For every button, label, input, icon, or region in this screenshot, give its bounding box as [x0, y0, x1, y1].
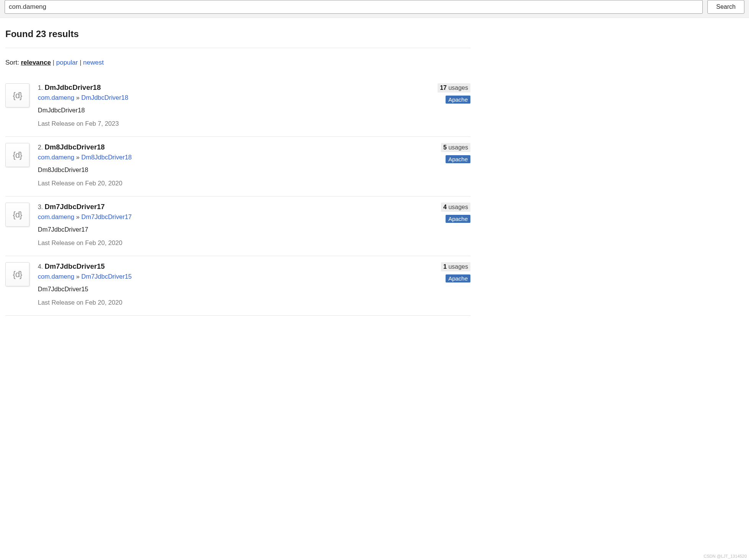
path-separator: » — [76, 213, 81, 220]
artifact-icon: {d} — [5, 83, 29, 107]
artifact-icon-glyph: {d} — [13, 269, 22, 279]
license-badge[interactable]: Apache — [446, 274, 470, 282]
path-separator: » — [76, 94, 81, 101]
result-title-line: 1. DmJdbcDriver18 — [38, 83, 434, 92]
usages-badge[interactable]: 4 usages — [441, 203, 470, 212]
result-meta: 1 usages Apache — [434, 262, 470, 306]
result-last-release: Last Release on Feb 20, 2020 — [38, 180, 434, 187]
path-separator: » — [76, 154, 81, 161]
artifact-link[interactable]: Dm7JdbcDriver17 — [81, 213, 132, 220]
result-index: 3. — [38, 204, 43, 210]
usages-count: 5 — [443, 144, 447, 151]
result-item: {d} 4. Dm7JdbcDriver15 com.dameng » Dm7J… — [5, 256, 470, 316]
group-link[interactable]: com.dameng — [38, 273, 74, 280]
result-title[interactable]: Dm7JdbcDriver15 — [45, 262, 105, 270]
result-title-line: 3. Dm7JdbcDriver17 — [38, 203, 434, 211]
result-item: {d} 2. Dm8JdbcDriver18 com.dameng » Dm8J… — [5, 137, 470, 196]
result-path: com.dameng » DmJdbcDriver18 — [38, 94, 434, 101]
artifact-icon: {d} — [5, 203, 29, 227]
results-heading: Found 23 results — [5, 29, 470, 48]
result-meta: 17 usages Apache — [434, 83, 470, 127]
usages-badge[interactable]: 1 usages — [441, 262, 470, 271]
artifact-icon-glyph: {d} — [13, 210, 22, 220]
artifact-link[interactable]: DmJdbcDriver18 — [81, 94, 128, 101]
result-last-release: Last Release on Feb 20, 2020 — [38, 239, 434, 247]
result-index: 2. — [38, 144, 43, 151]
license-badge[interactable]: Apache — [446, 155, 470, 163]
result-title-line: 2. Dm8JdbcDriver18 — [38, 143, 434, 151]
result-item: {d} 1. DmJdbcDriver18 com.dameng » DmJdb… — [5, 77, 470, 137]
result-body: 1. DmJdbcDriver18 com.dameng » DmJdbcDri… — [29, 83, 434, 127]
artifact-icon-glyph: {d} — [13, 91, 22, 101]
result-title-line: 4. Dm7JdbcDriver15 — [38, 262, 434, 271]
search-input[interactable] — [5, 0, 703, 14]
usages-badge[interactable]: 5 usages — [441, 143, 470, 152]
content-area: Found 23 results Sort: relevance | popul… — [0, 18, 476, 320]
path-separator: » — [76, 273, 81, 280]
result-description: DmJdbcDriver18 — [38, 107, 434, 114]
result-body: 4. Dm7JdbcDriver15 com.dameng » Dm7JdbcD… — [29, 262, 434, 306]
result-description: Dm7JdbcDriver15 — [38, 286, 434, 293]
result-index: 4. — [38, 263, 43, 270]
sort-row: Sort: relevance | popular | newest — [5, 59, 470, 67]
result-last-release: Last Release on Feb 7, 2023 — [38, 120, 434, 127]
result-index: 1. — [38, 84, 43, 91]
result-last-release: Last Release on Feb 20, 2020 — [38, 299, 434, 306]
result-description: Dm8JdbcDriver18 — [38, 166, 434, 174]
result-title[interactable]: DmJdbcDriver18 — [45, 83, 101, 91]
usages-label: usages — [448, 144, 468, 151]
result-meta: 5 usages Apache — [434, 143, 470, 187]
artifact-link[interactable]: Dm7JdbcDriver15 — [81, 273, 132, 280]
usages-label: usages — [448, 263, 468, 270]
result-body: 2. Dm8JdbcDriver18 com.dameng » Dm8JdbcD… — [29, 143, 434, 187]
artifact-icon: {d} — [5, 262, 29, 286]
artifact-link[interactable]: Dm8JdbcDriver18 — [81, 154, 132, 161]
group-link[interactable]: com.dameng — [38, 213, 74, 220]
search-bar: Search — [0, 0, 749, 18]
result-meta: 4 usages Apache — [434, 203, 470, 247]
result-path: com.dameng » Dm7JdbcDriver15 — [38, 273, 434, 280]
sort-separator: | — [53, 59, 56, 66]
group-link[interactable]: com.dameng — [38, 94, 74, 101]
usages-count: 17 — [440, 84, 447, 91]
sort-relevance[interactable]: relevance — [21, 59, 51, 66]
usages-label: usages — [448, 204, 468, 210]
result-description: Dm7JdbcDriver17 — [38, 226, 434, 233]
artifact-icon: {d} — [5, 143, 29, 167]
result-title[interactable]: Dm8JdbcDriver18 — [45, 143, 105, 151]
sort-label: Sort: — [5, 59, 19, 66]
group-link[interactable]: com.dameng — [38, 154, 74, 161]
usages-badge[interactable]: 17 usages — [438, 83, 470, 93]
usages-label: usages — [448, 84, 468, 91]
result-body: 3. Dm7JdbcDriver17 com.dameng » Dm7JdbcD… — [29, 203, 434, 247]
license-badge[interactable]: Apache — [446, 96, 470, 104]
usages-count: 4 — [443, 204, 447, 210]
usages-count: 1 — [443, 263, 447, 270]
search-button[interactable]: Search — [707, 0, 744, 14]
sort-separator: | — [79, 59, 83, 66]
license-badge[interactable]: Apache — [446, 215, 470, 223]
result-item: {d} 3. Dm7JdbcDriver17 com.dameng » Dm7J… — [5, 196, 470, 256]
artifact-icon-glyph: {d} — [13, 150, 22, 160]
sort-popular[interactable]: popular — [56, 59, 78, 66]
result-title[interactable]: Dm7JdbcDriver17 — [45, 203, 105, 211]
result-path: com.dameng » Dm8JdbcDriver18 — [38, 154, 434, 161]
result-path: com.dameng » Dm7JdbcDriver17 — [38, 213, 434, 221]
sort-newest[interactable]: newest — [83, 59, 104, 66]
